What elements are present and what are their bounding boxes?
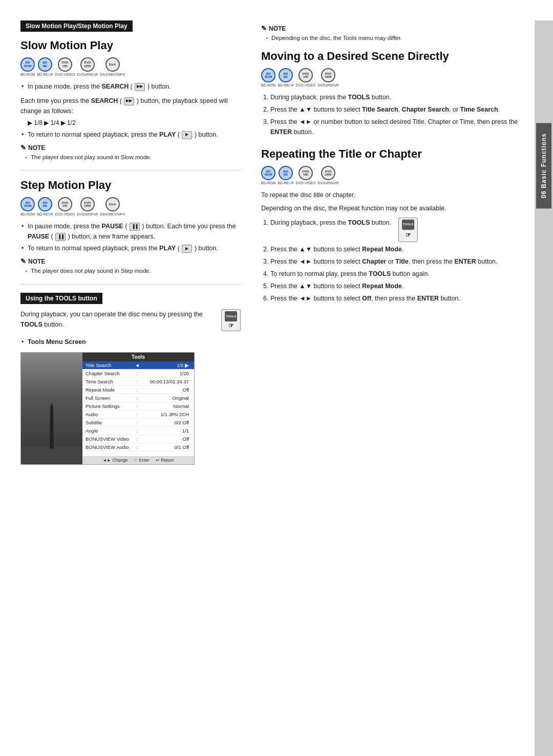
moving-disc-bdrom: BDROM BD-ROM (261, 68, 275, 87)
disc-icon-dvdvideo: DVDVID DVD-VIDEO (55, 57, 75, 76)
tools-menu-row-audio: Audio : 1/1 JPN 2CH (82, 411, 194, 419)
tools-icon-box: TOOLS (225, 311, 237, 321)
tools-header-text: Using the TOOLS button (26, 295, 97, 302)
repeating-intro1: To repeat the disc title or chapter. (261, 190, 524, 200)
tools-menu-row-repeat: Repeat Mode : Off (82, 386, 194, 394)
moving-disc-dvdvideo: DVDVID DVD-VIDEO (296, 68, 316, 87)
speed-sequence: ▶ 1/8 ▶ 1/4 ▶ 1/2 (28, 119, 241, 126)
pause-btn-icon: ▐▐ (130, 223, 140, 231)
step1-row: During playback, press the TOOLS button.… (270, 218, 524, 242)
tools-menu-mockup: Tools Title Search ◄ 1/2 ▶ Chapter Searc… (20, 352, 195, 465)
right-sidebar: 06 Basic Functions (535, 20, 553, 756)
repeating-tools-widget: TOOLS ☞ (398, 218, 418, 242)
photo-ground (21, 446, 82, 464)
right-note-header: ✎ NOTE (261, 25, 524, 32)
repeating-intro2: Depending on the disc, the Repeat functi… (261, 203, 524, 213)
step-note-item: The player does not play sound in Step m… (26, 267, 241, 275)
slow-step-header-bar: Slow Motion Play/Step Motion Play (20, 20, 133, 32)
tools-menu-title-bar: Tools (82, 353, 194, 361)
slow-note-item: The player does not play sound in Slow m… (26, 153, 241, 162)
slow-motion-bullets-2: To return to normal speed playback, pres… (20, 129, 241, 140)
right-note-item: Depending on the disc, the Tools menu ma… (266, 34, 524, 42)
tools-menu-row-subtitle: Subtitle : 0/2 Off (82, 419, 194, 427)
tools-menu-screen-bullet: Tools Menu Screen (20, 337, 241, 347)
repeating-tools-hand-icon: ☞ (406, 230, 411, 240)
step-note-label: NOTE (28, 258, 45, 265)
repeating-step-2: Press the ▲▼ buttons to select Repeat Mo… (270, 244, 524, 254)
tools-menu-table: Tools Title Search ◄ 1/2 ▶ Chapter Searc… (82, 353, 194, 464)
tools-hand-icon: ☞ (228, 322, 234, 329)
tools-menu-screen-label: Tools Menu Screen (28, 338, 86, 345)
moving-disc-bdrer: BDRE BD-RE/-R (278, 68, 293, 87)
right-column: ✎ NOTE Depending on the disc, the Tools … (256, 20, 535, 756)
step-disc-bdrom: BDROM BD-ROM (20, 197, 35, 216)
sidebar-tab-label: 06 Basic Functions (536, 123, 551, 208)
tools-menu-row-picture: Picture Settings : Normal (82, 402, 194, 411)
repeating-disc-dvdvideo: DVDVID DVD-VIDEO (296, 166, 316, 185)
slow-motion-section: Slow Motion Play BDROM BD-ROM BDRE BD-RE… (20, 39, 241, 162)
step-note-list: The player does not play sound in Step m… (20, 267, 241, 275)
left-column: Slow Motion Play/Step Motion Play Slow M… (20, 20, 256, 756)
moving-section: Moving to a Desired Scene Directly BDROM… (261, 50, 524, 137)
repeating-tools-icon-box: TOOLS (402, 220, 414, 230)
slow-motion-bullets: In pause mode, press the SEARCH ( ▶▶ ) b… (20, 81, 241, 92)
step-disc-bdrer: BDRE BD-RE/-R (37, 197, 53, 216)
step-motion-bullets: In pause mode, press the PAUSE ( ▐▐ ) bu… (20, 221, 241, 253)
note-pencil-icon: ✎ (20, 144, 26, 152)
repeating-step-1: During playback, press the TOOLS button.… (270, 218, 524, 242)
repeating-step-6: Press the ◄► buttons to select Off, then… (270, 293, 524, 304)
step1-text: During playback, press the TOOLS button. (270, 218, 391, 228)
search-btn-icon-2: ▶▶ (124, 97, 134, 105)
step-disc-dvdvideo: DVDVID DVD-VIDEO (55, 197, 75, 216)
tools-menu-row-angle: Angle : 1/1 (82, 427, 194, 435)
step-disc-dvdpm: DVD±RW DVD±RW/±R (77, 197, 98, 216)
tools-menu-screen-item: Tools Menu Screen (20, 337, 241, 347)
footer-change: ◄► Change (102, 458, 127, 463)
photo-tower (47, 403, 57, 449)
slow-step-header-text: Slow Motion Play/Step Motion Play (26, 23, 127, 30)
step-motion-disc-icons: BDROM BD-ROM BDRE BD-RE/-R DVDVID DVD-VI… (20, 197, 241, 216)
slow-motion-disc-icons: BDROM BD-ROM BDRE BD-RE/-R DVDVID DVD-VI… (20, 57, 241, 76)
tools-menu-row-time-search: Time Search : 00:00:13/01:34:37 (82, 378, 194, 386)
disc-icon-bdrer: BDRE BD-RE/-R (37, 57, 53, 76)
moving-disc-dvdpm: DVD±RW DVD±RW/±R (317, 68, 338, 87)
step-note-header: ✎ NOTE (20, 257, 241, 265)
step-bullet-2: To return to normal speed playback, pres… (20, 243, 241, 253)
repeating-disc-bdrom: BDROM BD-ROM (261, 166, 275, 185)
right-note-label: NOTE (269, 25, 286, 32)
step-bullet-1: In pause mode, press the PAUSE ( ▐▐ ) bu… (20, 221, 241, 242)
slow-note-label: NOTE (28, 144, 45, 152)
search-btn-icon: ▶▶ (135, 83, 145, 91)
tools-menu-row-bonusview-video: BONUSVIEW Video : Off (82, 435, 194, 443)
tools-menu-row-chapter-search: Chapter Search : 1/20 (82, 370, 194, 378)
disc-icon-bdrom: BDROM BD-ROM (20, 57, 35, 76)
disc-icon-dvdpm: DVD±RW DVD±RW/±R (77, 57, 98, 76)
repeating-step-5: Press the ▲▼ buttons to select Repeat Mo… (270, 281, 524, 291)
moving-disc-icons: BDROM BD-ROM BDRE BD-RE/-R DVDVID DVD-VI… (261, 68, 524, 87)
slow-motion-note: ✎ NOTE The player does not play sound in… (20, 144, 241, 162)
tools-menu-photo (21, 353, 82, 464)
slow-motion-title: Slow Motion Play (20, 39, 241, 52)
footer-enter: ☞ Enter (134, 458, 150, 463)
tools-header-bar: Using the TOOLS button (20, 293, 102, 304)
pause-btn-icon-2: ▐▐ (55, 233, 66, 241)
tools-button-widget: TOOLS ☞ (221, 309, 241, 331)
disc-icon-divx: DivX DivX/MKV/MP4 (100, 57, 124, 76)
right-note-pencil-icon: ✎ (261, 25, 267, 32)
moving-step-2: Press the ▲▼ buttons to select Title Sea… (270, 104, 524, 115)
right-top-note: ✎ NOTE Depending on the disc, the Tools … (261, 25, 524, 42)
repeating-disc-bdrer: BDRE BD-RE/-R (278, 166, 293, 185)
using-tools-section: Using the TOOLS button During playback, … (20, 293, 241, 465)
moving-step-1: During playback, press the TOOLS button. (270, 92, 524, 102)
repeating-disc-dvdpm: DVD±RW DVD±RW/±R (317, 166, 338, 185)
repeating-section: Repeating the Title or Chapter BDROM BD-… (261, 147, 524, 304)
repeating-steps: During playback, press the TOOLS button.… (261, 218, 524, 304)
tools-desc-row: During playback, you can operate the dis… (20, 309, 241, 333)
right-note-list: Depending on the disc, the Tools menu ma… (261, 34, 524, 42)
repeating-title: Repeating the Title or Chapter (261, 147, 524, 161)
slow-bullet-1: In pause mode, press the SEARCH ( ▶▶ ) b… (20, 81, 241, 92)
play-btn-icon: ▶ (182, 131, 192, 139)
step-note-pencil-icon: ✎ (20, 257, 26, 265)
repeating-disc-icons: BDROM BD-ROM BDRE BD-RE/-R DVDVID DVD-VI… (261, 166, 524, 185)
tools-menu-row-title-search: Title Search ◄ 1/2 ▶ (82, 361, 194, 370)
